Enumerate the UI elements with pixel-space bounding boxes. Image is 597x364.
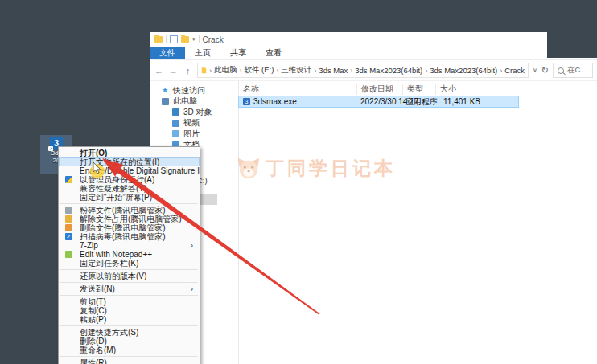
menu-item-rename[interactable]: 重命名(M): [59, 346, 200, 354]
crumb-sep: ›: [425, 67, 427, 75]
menu-label: 删除(D): [80, 337, 107, 346]
menu-item-7zip[interactable]: 7-Zip ›: [59, 241, 200, 250]
menu-separator: [60, 203, 198, 204]
tab-view[interactable]: 查看: [256, 47, 291, 59]
refresh-icon[interactable]: ↻: [541, 65, 549, 76]
crumb-3dsmax[interactable]: 3ds Max: [319, 66, 348, 75]
column-name[interactable]: 名称: [239, 84, 357, 95]
menu-item-properties[interactable]: 属性(R): [59, 358, 200, 364]
column-size[interactable]: 大小: [436, 84, 521, 95]
computer-icon: [162, 98, 169, 105]
menu-label: 7-Zip: [80, 241, 98, 250]
menu-item-restore-versions[interactable]: 还原以前的版本(V): [59, 272, 200, 280]
menu-label: Edit with Notepad++: [80, 250, 152, 259]
forward-button[interactable]: →: [168, 66, 179, 76]
sidebar-item-quick-access[interactable]: ★ 快速访问: [150, 85, 238, 96]
tab-file[interactable]: 文件: [150, 47, 185, 59]
menu-label: Enable/Disable Digital Signature Icons: [80, 166, 200, 175]
shortcut-arrow-icon: ↗: [48, 146, 53, 151]
qat-customize-icon[interactable]: ▾: [192, 36, 196, 43]
crumb-3d-design[interactable]: 三维设计: [281, 65, 311, 76]
back-button[interactable]: ←: [154, 66, 164, 76]
menu-item-scan-virus[interactable]: ✓ 扫描病毒(腾讯电脑管家): [59, 232, 200, 241]
up-button[interactable]: ↑: [183, 66, 193, 76]
search-text: 在C: [567, 65, 580, 76]
menu-item-shred-file[interactable]: 粉碎文件(腾讯电脑管家): [59, 206, 200, 215]
file-row-3dsmax-exe[interactable]: 3 3dsmax.exe 2022/3/30 14:17 应用程序 11,401…: [239, 96, 518, 107]
menu-item-compatibility[interactable]: 兼容性疑难解答(Y): [59, 184, 200, 193]
divider: [199, 35, 200, 43]
crumb-this-pc[interactable]: 此电脑: [214, 65, 237, 76]
file-name-cell: 3 3dsmax.exe: [239, 96, 356, 107]
menu-separator: [60, 356, 198, 357]
menu-item-edit-notepadpp[interactable]: Edit with Notepad++: [59, 250, 200, 259]
sidebar-item-videos[interactable]: 视频: [150, 118, 238, 129]
qat-properties-icon[interactable]: [170, 35, 178, 43]
menu-label: 发送到(N): [80, 284, 115, 293]
breadcrumb[interactable]: › 此电脑 › 软件 (E:) › 三维设计 › 3ds Max › 3ds M…: [197, 63, 529, 78]
menu-item-open[interactable]: 打开(O): [59, 149, 200, 157]
menu-item-send-to[interactable]: 发送到(N) ›: [59, 284, 200, 293]
file-list: 名称 修改日期 类型 大小 3 3dsmax.exe 2022/3/30 14:…: [239, 81, 597, 364]
dark-corner-overlay: [547, 32, 597, 58]
file-size: 11,401 KB: [434, 96, 514, 107]
tab-home[interactable]: 主页: [185, 47, 220, 59]
sidebar-label: 视频: [183, 117, 200, 129]
notepadpp-icon: [65, 251, 72, 258]
crumb-crack[interactable]: Crack: [504, 66, 525, 75]
crumb-sep: ›: [239, 67, 241, 75]
menu-item-cut[interactable]: 剪切(T): [59, 297, 200, 306]
star-icon: ★: [162, 87, 169, 94]
sidebar-item-this-pc[interactable]: 此电脑: [150, 96, 238, 108]
menu-item-copy[interactable]: 复制(C): [59, 306, 200, 315]
menu-label: 兼容性疑难解答(Y): [80, 184, 146, 193]
pictures-icon: [172, 130, 179, 137]
sidebar-item-pictures[interactable]: 图片: [150, 129, 238, 140]
menu-separator: [60, 269, 198, 270]
menu-label: 删除文件(腾讯电脑管家): [80, 223, 166, 232]
shredder-icon: [65, 207, 72, 214]
qat-new-folder-icon[interactable]: [181, 36, 189, 43]
context-menu: 打开(O) 打开文件所在的位置(I) Enable/Disable Digita…: [58, 146, 200, 364]
menu-separator: [60, 282, 198, 283]
file-date: 2022/3/30 14:17: [356, 96, 401, 107]
column-type[interactable]: 类型: [403, 84, 436, 95]
menu-item-run-as-admin[interactable]: 以管理员身份运行(A): [59, 175, 200, 184]
menu-label: 扫描病毒(腾讯电脑管家): [80, 232, 166, 241]
menu-item-pin-to-start[interactable]: 固定到“开始”屏幕(P): [59, 193, 200, 202]
menu-item-create-shortcut[interactable]: 创建快捷方式(S): [59, 328, 200, 337]
column-date[interactable]: 修改日期: [357, 84, 403, 95]
explorer-main: ★ 快速访问 此电脑 3D 对象 视频 图片: [150, 81, 597, 364]
menu-item-signature-icons[interactable]: Enable/Disable Digital Signature Icons: [59, 166, 200, 175]
menu-item-unlock-file[interactable]: 解除文件占用(腾讯电脑管家): [59, 215, 200, 223]
breadcrumb-folder-icon: [202, 67, 207, 72]
crumb-sep: ›: [350, 67, 352, 75]
sidebar-label: 此电脑: [173, 96, 197, 107]
menu-label: 创建快捷方式(S): [80, 328, 138, 337]
sidebar-item-3d-objects[interactable]: 3D 对象: [150, 107, 238, 118]
menu-item-open-file-location[interactable]: 打开文件所在的位置(I): [59, 157, 200, 166]
crumb-drive[interactable]: 软件 (E:): [244, 65, 274, 76]
menu-label: 剪切(T): [80, 297, 106, 306]
unlock-icon: [65, 215, 72, 223]
menu-item-pin-to-taskbar[interactable]: 固定到任务栏(K): [59, 259, 200, 268]
file-name: 3dsmax.exe: [253, 96, 297, 107]
menu-item-delete[interactable]: 删除(D): [59, 337, 200, 346]
menu-item-paste[interactable]: 粘贴(P): [59, 315, 200, 324]
crumb-3dsmax2023-b[interactable]: 3ds Max2023(64bit): [430, 66, 497, 75]
address-dropdown-icon[interactable]: ∨: [533, 67, 537, 74]
menu-separator: [60, 295, 198, 296]
exe-file-icon: 3: [243, 98, 250, 105]
sidebar-label: 快速访问: [173, 85, 205, 96]
menu-label: 粘贴(P): [80, 315, 106, 324]
tab-share[interactable]: 共享: [220, 47, 256, 59]
menu-label: 固定到“开始”屏幕(P): [80, 193, 152, 202]
crumb-3dsmax2023-a[interactable]: 3ds Max2023(64bit): [355, 66, 422, 75]
menu-label: 还原以前的版本(V): [80, 272, 146, 280]
menu-item-delete-file-tencent[interactable]: 删除文件(腾讯电脑管家): [59, 223, 200, 232]
search-input[interactable]: 在C: [553, 63, 593, 78]
menu-label: 属性(R): [80, 358, 107, 364]
delete-file-icon: [65, 224, 72, 231]
sidebar-label: 3D 对象: [183, 107, 212, 118]
uac-shield-icon: [65, 176, 72, 183]
